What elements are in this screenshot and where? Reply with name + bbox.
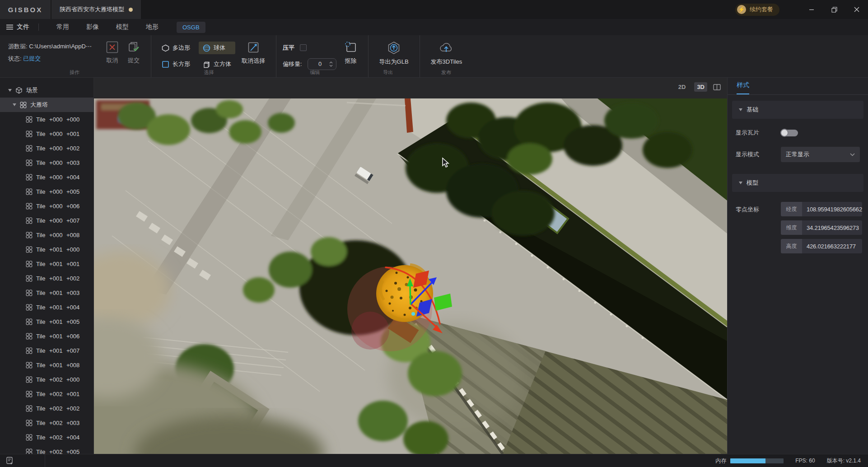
- scene-tree-sidebar: 场景 大雁塔 Tile +000 +000: [0, 78, 94, 454]
- tiles-icon: [26, 391, 33, 397]
- minimize-button[interactable]: [800, 0, 823, 19]
- tab-changyong[interactable]: 常用: [56, 23, 69, 31]
- tree-item-tile[interactable]: Tile +001 +007: [0, 343, 93, 358]
- tile-list: Tile +000 +000 Tile +000 +001 Tile +000 …: [0, 112, 93, 454]
- submit-button[interactable]: 提交: [127, 40, 140, 65]
- file-menu-button[interactable]: 文件: [6, 23, 29, 31]
- show-tiles-toggle[interactable]: [781, 130, 798, 136]
- statusbar: 内存 FPS: 60 版本号: v2.1.4: [0, 454, 868, 467]
- rectangle-select-button[interactable]: 长方形: [158, 58, 194, 70]
- tiles-icon: [26, 448, 33, 454]
- app-window: GISBOX 陕西省西安市大雁塔模型 ⚡ 续约套餐 文件: [0, 0, 868, 467]
- tree-item-tile[interactable]: Tile +001 +005: [0, 314, 93, 329]
- tree-item-tile[interactable]: Tile +000 +006: [0, 199, 93, 213]
- submit-check-icon: [127, 41, 140, 53]
- split-view-icon[interactable]: [713, 84, 721, 90]
- cutout-icon: [345, 41, 357, 54]
- tab-dixing[interactable]: 地形: [146, 23, 159, 31]
- section-basic[interactable]: 基础: [732, 101, 863, 119]
- tree-item-tile[interactable]: Tile +000 +007: [0, 213, 93, 228]
- origin-coords-label: 零点坐标: [736, 202, 781, 214]
- viewport: 2D 3D: [94, 78, 727, 454]
- ribbon-toolbar: 源数据: C:\Users\admin\AppD⋯ 状态: 已提交 取消 提交: [0, 35, 868, 78]
- tree-item-tile[interactable]: Tile +001 +006: [0, 329, 93, 343]
- tree-item-tile[interactable]: Tile +000 +005: [0, 184, 93, 199]
- tiles-icon: [26, 116, 33, 123]
- stepper-arrows-icon[interactable]: [329, 61, 333, 67]
- tree-item-tile[interactable]: Tile +002 +002: [0, 401, 93, 416]
- tree-item-tile[interactable]: Tile +000 +008: [0, 228, 93, 242]
- tree-item-tile[interactable]: Tile +002 +000: [0, 372, 93, 387]
- group-label-publish: 发布: [415, 69, 478, 77]
- style-panel: 样式 基础 显示瓦片 显示模式 正常显示 模型 零点坐标 经度: [727, 78, 868, 454]
- version-readout: 版本号: v2.1.4: [827, 457, 861, 465]
- renew-plan-button[interactable]: ⚡ 续约套餐: [735, 4, 779, 16]
- tiles-icon: [26, 232, 33, 238]
- height-value[interactable]: 426.021663222177: [802, 239, 862, 253]
- polygon-select-button[interactable]: 多边形: [158, 42, 194, 54]
- tree-item-tile[interactable]: Tile +001 +002: [0, 271, 93, 285]
- log-icon[interactable]: [6, 457, 14, 465]
- polygon-icon: [162, 44, 169, 52]
- tree-item-tile[interactable]: Tile +000 +000: [0, 112, 93, 126]
- tree-item-tile[interactable]: Tile +000 +001: [0, 126, 93, 141]
- expander-icon[interactable]: [13, 103, 16, 106]
- cancel-select-button[interactable]: 取消选择: [242, 40, 265, 65]
- tree-item-tile[interactable]: Tile +000 +004: [0, 170, 93, 184]
- display-mode-label: 显示模式: [736, 150, 781, 159]
- tree-item-model-selected[interactable]: 大雁塔: [0, 98, 93, 112]
- tree-item-scene-root[interactable]: 场景: [0, 83, 93, 98]
- gisbox-logo: GISBOX: [0, 0, 51, 19]
- toggle-knob: [780, 129, 789, 137]
- cube-select-button[interactable]: 立方体: [199, 58, 235, 70]
- cancel-button[interactable]: 取消: [106, 40, 118, 65]
- tiles-icon: [26, 420, 33, 426]
- tree-item-tile[interactable]: Tile +002 +001: [0, 387, 93, 401]
- sphere-icon: [203, 44, 210, 52]
- cancel-x-icon: [106, 41, 118, 53]
- cutout-button[interactable]: 抠除: [345, 40, 357, 65]
- unsaved-dot-icon: [129, 8, 133, 12]
- mode-3d-button[interactable]: 3D: [694, 82, 707, 92]
- tab-osgb-active[interactable]: OSGB: [177, 22, 205, 33]
- tree-item-tile[interactable]: Tile +000 +003: [0, 155, 93, 170]
- section-model[interactable]: 模型: [732, 174, 863, 192]
- tree-item-tile[interactable]: Tile +001 +001: [0, 257, 93, 271]
- flatten-checkbox[interactable]: [300, 44, 307, 51]
- publish-3dtiles-button[interactable]: 发布3DTiles: [431, 40, 462, 66]
- tiles-icon: [26, 174, 33, 181]
- tiles-icon: [26, 261, 33, 267]
- display-mode-select[interactable]: 正常显示: [781, 147, 860, 162]
- tree-item-tile[interactable]: Tile +002 +005: [0, 444, 93, 454]
- tiles-icon: [26, 333, 33, 340]
- close-button[interactable]: [845, 0, 868, 19]
- tab-yingxiang[interactable]: 影像: [86, 23, 99, 31]
- tab-moxing[interactable]: 模型: [116, 23, 129, 31]
- tree-item-tile[interactable]: Tile +002 +003: [0, 416, 93, 430]
- mode-2d-button[interactable]: 2D: [676, 82, 689, 92]
- group-label-select: 选择: [149, 69, 269, 77]
- tree-item-tile[interactable]: Tile +001 +003: [0, 285, 93, 300]
- tiles-icon: [26, 376, 33, 383]
- sphere-select-button[interactable]: 球体: [199, 42, 235, 54]
- tree-item-tile[interactable]: Tile +001 +000: [0, 242, 93, 257]
- export-glb-button[interactable]: 导出为GLB: [379, 40, 409, 66]
- tiles-icon: [26, 318, 33, 325]
- chevron-down-icon: [850, 153, 855, 156]
- expander-icon[interactable]: [8, 89, 12, 92]
- tiles-icon: [26, 145, 33, 152]
- memory-indicator: 内存: [715, 457, 784, 465]
- longitude-value[interactable]: 108.95941982605662: [802, 202, 862, 216]
- latitude-field: 维度 34.21965423596273: [781, 220, 862, 235]
- latitude-value[interactable]: 34.21965423596273: [802, 220, 862, 235]
- tree-item-tile[interactable]: Tile +001 +004: [0, 300, 93, 314]
- viewport-canvas[interactable]: [94, 78, 727, 454]
- tree-item-tile[interactable]: Tile +002 +004: [0, 430, 93, 444]
- group-label-export: 导出: [361, 69, 415, 77]
- tree-item-tile[interactable]: Tile +001 +008: [0, 358, 93, 372]
- offset-stepper[interactable]: 0: [308, 58, 336, 70]
- tab-style[interactable]: 样式: [737, 81, 749, 94]
- restore-button[interactable]: [823, 0, 845, 19]
- document-tab[interactable]: 陕西省西安市大雁塔模型: [51, 0, 141, 19]
- tree-item-tile[interactable]: Tile +000 +002: [0, 141, 93, 155]
